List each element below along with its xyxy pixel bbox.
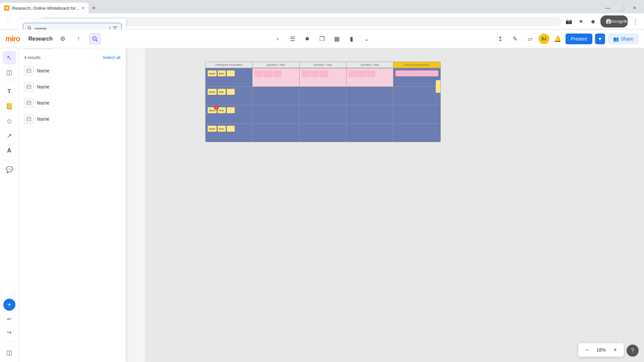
row2-q1 <box>253 87 300 105</box>
card-button[interactable]: ▦ <box>331 33 343 45</box>
settings-button[interactable]: ⚙ <box>57 33 69 45</box>
timer-button[interactable]: ☰ <box>286 33 299 45</box>
header-right: ↥ ✎ ▱ SJ 🔔 Present ▼ 👥 Share <box>494 33 639 45</box>
frame-button[interactable]: ❐ <box>316 33 328 45</box>
sticky-extra-4[interactable] <box>227 126 235 132</box>
present-dropdown-button[interactable]: ▼ <box>595 34 605 44</box>
list-item[interactable]: Name <box>19 79 126 95</box>
sidebar-separator-1 <box>4 82 15 82</box>
result-label-4: Name <box>37 116 49 122</box>
list-item[interactable]: Name <box>19 63 126 79</box>
minimize-button[interactable]: — <box>601 3 614 13</box>
comment-tool[interactable]: 💬 <box>3 163 16 176</box>
result-label-3: Name <box>37 100 49 106</box>
incognito-button[interactable]: 👔 Incognito <box>600 15 628 27</box>
search-results-header: 4 results Select all <box>19 52 126 63</box>
miro-logo[interactable]: miro <box>5 35 20 43</box>
svg-rect-10 <box>27 101 31 105</box>
avatar[interactable]: SJ <box>539 34 549 44</box>
pink-sticky[interactable] <box>311 70 319 76</box>
more-options-button[interactable]: ⋮ <box>631 17 640 26</box>
board-row-2: Name Role <box>206 86 440 105</box>
sticky-extra-1[interactable] <box>227 70 235 76</box>
maximize-button[interactable]: ⬜ <box>614 3 628 13</box>
pink-sticky[interactable] <box>264 70 272 76</box>
share-icon: 👥 <box>613 36 619 42</box>
pink-sticky[interactable] <box>367 70 375 76</box>
zoom-controls: − 18% + <box>578 343 624 357</box>
app-body: ↖ ◫ T 📒 ◇ ↗ A 💬 + ↩ ↪ ◫ <box>0 48 644 362</box>
canvas[interactable]: Participant Information Question / Task … <box>145 48 644 362</box>
row2-participant: Name Role <box>206 87 253 105</box>
zoom-in-button[interactable]: + <box>610 345 620 355</box>
list-item[interactable]: Name <box>19 111 126 127</box>
panel-button[interactable]: ◫ <box>3 346 16 359</box>
svg-rect-7 <box>27 85 31 89</box>
sticky-role-2[interactable]: Role <box>218 89 226 95</box>
media-icon[interactable]: 📷 <box>564 17 574 26</box>
browser-tab[interactable]: M Research, Online Whiteboard for... × <box>0 3 89 13</box>
text-tool[interactable]: T <box>3 85 16 98</box>
present-button[interactable]: Present <box>566 34 592 44</box>
sticky-role-3[interactable]: Role <box>218 107 226 113</box>
select-tool[interactable]: ↖ <box>3 51 16 64</box>
row1-observations <box>393 68 440 86</box>
pink-sticky[interactable] <box>255 70 263 76</box>
video-button[interactable]: ■ <box>301 33 313 45</box>
pink-sticky[interactable] <box>358 70 366 76</box>
shape-tool[interactable]: ◇ <box>3 114 16 128</box>
row4-q1 <box>253 124 300 142</box>
cursor-button[interactable]: ↥ <box>494 33 506 45</box>
pink-sticky[interactable] <box>320 70 328 76</box>
search-button[interactable] <box>89 33 101 45</box>
tab-close-button[interactable]: × <box>82 5 84 11</box>
extensions-icon[interactable]: ◆ <box>588 17 598 26</box>
pink-sticky[interactable] <box>395 70 438 76</box>
select-all-button[interactable]: Select all <box>103 55 120 60</box>
notification-button[interactable]: 🔔 <box>552 34 563 44</box>
sticky-note-filter-tag[interactable]: Sticky note × <box>23 48 55 50</box>
list-item[interactable]: Name <box>19 95 126 111</box>
export-button[interactable]: ↑ <box>73 33 85 45</box>
redo-button[interactable]: ↪ <box>4 327 15 338</box>
board-title[interactable]: Research <box>29 36 53 42</box>
row3-observations <box>393 105 440 123</box>
add-button[interactable]: + <box>3 299 15 311</box>
undo-button[interactable]: ↩ <box>4 313 15 324</box>
sticky-name-4[interactable]: Name <box>208 126 217 132</box>
table-button[interactable]: ▮ <box>345 33 358 45</box>
close-button[interactable]: × <box>628 3 641 13</box>
sticky-badge: 1 <box>214 105 219 110</box>
star-icon[interactable]: ★ <box>576 17 586 26</box>
row4-observations <box>393 124 440 142</box>
sidebar-separator-3 <box>4 342 15 342</box>
sticky-role-1[interactable]: Role <box>218 70 226 76</box>
chevron-right-button[interactable]: › <box>272 33 284 45</box>
result-icon-2 <box>24 82 34 92</box>
sticky-role-4[interactable]: Role <box>218 126 226 132</box>
chat-button[interactable]: ▱ <box>524 33 536 45</box>
share-button[interactable]: 👥 Share <box>608 34 639 44</box>
help-button[interactable]: ? <box>627 345 639 357</box>
pink-sticky[interactable] <box>273 70 281 76</box>
new-tab-button[interactable]: + <box>89 3 99 13</box>
sticky-extra-2[interactable] <box>227 89 235 95</box>
marker-button[interactable]: ✎ <box>509 33 521 45</box>
header-divider <box>24 35 24 43</box>
note-tool[interactable]: 📒 <box>3 100 16 113</box>
grid-tool[interactable]: ◫ <box>3 66 16 79</box>
floating-sticky[interactable] <box>436 80 441 93</box>
back-button[interactable]: ← <box>4 17 13 26</box>
zoom-out-button[interactable]: − <box>582 345 592 355</box>
sticky-name-1[interactable]: Name <box>208 70 217 76</box>
more-center-button[interactable]: ⌄ <box>360 33 372 45</box>
sticky-name-2[interactable]: Name <box>208 89 217 95</box>
svg-rect-13 <box>27 117 31 121</box>
row2-q3 <box>346 87 393 105</box>
pink-sticky[interactable] <box>348 70 357 76</box>
arrow-tool[interactable]: ↗ <box>3 129 16 142</box>
zoom-level: 18% <box>594 347 608 353</box>
sticky-extra-3[interactable] <box>227 107 235 113</box>
pink-sticky[interactable] <box>302 70 310 76</box>
pen-tool[interactable]: A <box>3 144 16 157</box>
